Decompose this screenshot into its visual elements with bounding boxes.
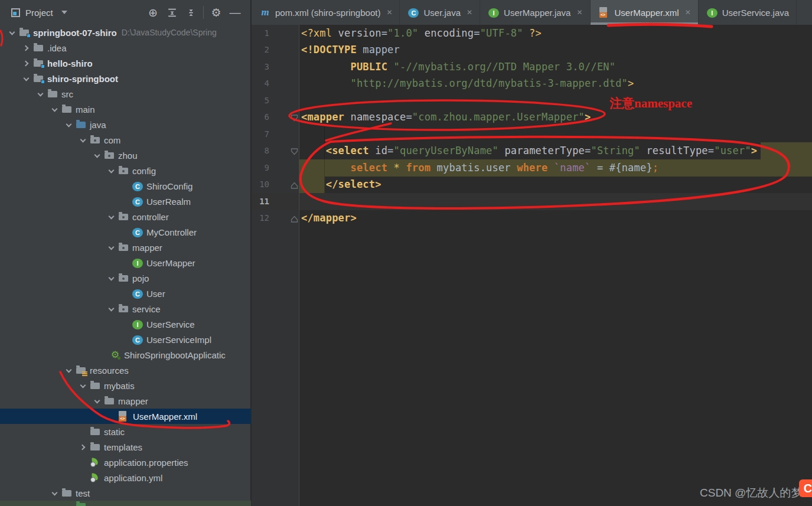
module-folder-icon [33, 58, 44, 68]
line-number: 10 [252, 176, 269, 193]
chevron-expanded-icon[interactable] [107, 304, 117, 314]
tree-item-controller[interactable]: controller [0, 209, 251, 224]
chevron-expanded-icon[interactable] [8, 28, 18, 37]
tree-item-UserMapper.xml[interactable]: UserMapper.xml [0, 409, 251, 424]
code-line[interactable]: <!DOCTYPE mapper [301, 41, 400, 58]
line-number: 2 [252, 41, 269, 58]
code-token: parameterType [504, 145, 585, 156]
tree-item-UserMapper[interactable]: IUserMapper [0, 255, 251, 270]
fold-end-icon[interactable] [291, 181, 298, 191]
class-icon: C [132, 182, 143, 191]
tab-UserMapper.xml[interactable]: UserMapper.xml✕ [591, 0, 699, 25]
tree-item-static[interactable]: static [0, 424, 251, 439]
tree-item-pojo[interactable]: pojo [0, 270, 251, 286]
chevron-expanded-icon[interactable] [79, 135, 89, 145]
tree-item-src[interactable]: src [0, 86, 251, 102]
chevron-expanded-icon[interactable] [65, 365, 74, 375]
tab-pom.xml (shiro-springboot)[interactable]: mpom.xml (shiro-springboot)✕ [252, 0, 400, 25]
chevron-down-icon[interactable] [61, 11, 67, 14]
chevron-expanded-icon[interactable] [65, 120, 74, 129]
chevron-collapsed-icon[interactable] [22, 58, 32, 68]
chevron-expanded-icon[interactable] [93, 396, 103, 406]
tree-item-hidden[interactable] [0, 501, 251, 506]
close-icon[interactable]: ✕ [685, 8, 691, 17]
code-line[interactable]: </select> [301, 176, 381, 193]
close-icon[interactable]: ✕ [467, 8, 472, 17]
tree-item-MyController[interactable]: CMyController [0, 224, 251, 240]
collapse-all-icon[interactable] [184, 6, 197, 19]
tree-item-test[interactable]: test [0, 485, 251, 501]
code-token: <select [326, 145, 375, 156]
code-token: encoding [425, 27, 474, 39]
tree-item-shiro-springboot[interactable]: shiro-springboot [0, 71, 251, 86]
tree-item-service[interactable]: service [0, 301, 251, 316]
chevron-expanded-icon[interactable] [22, 74, 32, 83]
tree-item-UserService[interactable]: IUserService [0, 316, 251, 332]
gear-icon[interactable]: ⚙ [210, 6, 223, 19]
tree-item-label: UserServiceImpl [146, 335, 211, 345]
tree-item-application.properties[interactable]: application.properties [0, 455, 251, 470]
tree-item-mapper[interactable]: mapper [0, 393, 251, 409]
code-token: version [338, 27, 381, 39]
code-token: </select> [326, 178, 381, 190]
interface-icon: I [132, 320, 143, 329]
fold-start-icon[interactable] [291, 147, 298, 158]
tree-item-resources[interactable]: resources [0, 363, 251, 378]
tree-item-hello-shiro[interactable]: hello-shiro [0, 56, 251, 71]
chevron-expanded-icon[interactable] [79, 381, 89, 390]
tab-UserMapper.java[interactable]: IUserMapper.java✕ [480, 0, 590, 25]
tab-UserService.java[interactable]: IUserService.java [699, 0, 797, 25]
code-line[interactable]: <select id="queryUserByName" parameterTy… [301, 142, 757, 159]
editor-pane[interactable]: 1<?xml version="1.0" encoding="UTF-8" ?>… [252, 25, 812, 506]
tree-item-com[interactable]: com [0, 132, 251, 148]
close-icon[interactable]: ✕ [386, 8, 392, 17]
chevron-expanded-icon[interactable] [93, 151, 103, 160]
tree-item-UserRealm[interactable]: CUserRealm [0, 194, 251, 209]
code-line[interactable]: <mapper namespace="com.zhou.mapper.UserM… [301, 109, 591, 126]
close-icon[interactable]: ✕ [576, 8, 582, 17]
fold-start-icon[interactable] [291, 113, 298, 124]
tree-item-.idea[interactable]: .idea [0, 40, 251, 56]
tree-item-label: templates [104, 442, 142, 452]
line-number: 8 [252, 142, 269, 159]
tree-item-config[interactable]: config [0, 163, 251, 178]
tree-item-ShiroSpringbootApplicatic[interactable]: ⚙ShiroSpringbootApplicatic [0, 347, 251, 363]
tree-item-mapper[interactable]: mapper [0, 240, 251, 255]
code-token: ; [653, 162, 658, 174]
tree-item-templates[interactable]: templates [0, 439, 251, 455]
code-line[interactable]: <?xml version="1.0" encoding="UTF-8" ?> [301, 25, 542, 42]
code-line[interactable]: select * from mybatis.user where `name` … [301, 159, 658, 177]
tree-item-application.yml[interactable]: application.yml [0, 470, 251, 485]
tree-item-main[interactable]: main [0, 102, 251, 117]
line-number: 9 [252, 159, 269, 177]
chevron-expanded-icon[interactable] [51, 105, 60, 114]
tree-item-zhou[interactable]: zhou [0, 148, 251, 163]
fold-end-icon[interactable] [291, 214, 298, 225]
chevron-expanded-icon[interactable] [37, 89, 46, 99]
tab-User.java[interactable]: CUser.java✕ [400, 0, 480, 25]
chevron-collapsed-icon[interactable] [22, 43, 32, 53]
locate-file-icon[interactable]: ⊕ [146, 6, 159, 19]
chevron-expanded-icon[interactable] [107, 243, 117, 252]
code-token [387, 162, 393, 174]
tree-item-java[interactable]: java [0, 117, 251, 132]
chevron-expanded-icon[interactable] [107, 166, 117, 175]
tree-item-mybatis[interactable]: mybatis [0, 378, 251, 393]
tree-item-User[interactable]: CUser [0, 286, 251, 301]
chevron-collapsed-icon[interactable] [79, 442, 89, 452]
tree-item-UserServiceImpl[interactable]: CUserServiceImpl [0, 332, 251, 347]
tree-item-label: application.yml [104, 473, 162, 483]
folder-icon [61, 488, 72, 498]
chevron-expanded-icon[interactable] [51, 488, 60, 498]
class-icon: C [132, 228, 143, 237]
chevron-expanded-icon[interactable] [107, 273, 117, 283]
tree-item-ShiroConfig[interactable]: CShiroConfig [0, 178, 251, 194]
watermark: CSDN @忆故人的梦 [700, 485, 802, 501]
code-line[interactable]: "http://mybatis.org/dtd/mybatis-3-mapper… [301, 75, 634, 92]
expand-all-icon[interactable] [165, 6, 178, 19]
code-line[interactable]: </mapper> [301, 210, 357, 227]
code-line[interactable]: PUBLIC "-//mybatis.org//DTD Mapper 3.0//… [301, 58, 615, 76]
hide-panel-icon[interactable]: — [229, 6, 242, 19]
chevron-expanded-icon[interactable] [107, 212, 117, 221]
tree-item-springboot-07-shiro[interactable]: springboot-07-shiroD:\JavaStudyCode\Spri… [0, 25, 251, 40]
